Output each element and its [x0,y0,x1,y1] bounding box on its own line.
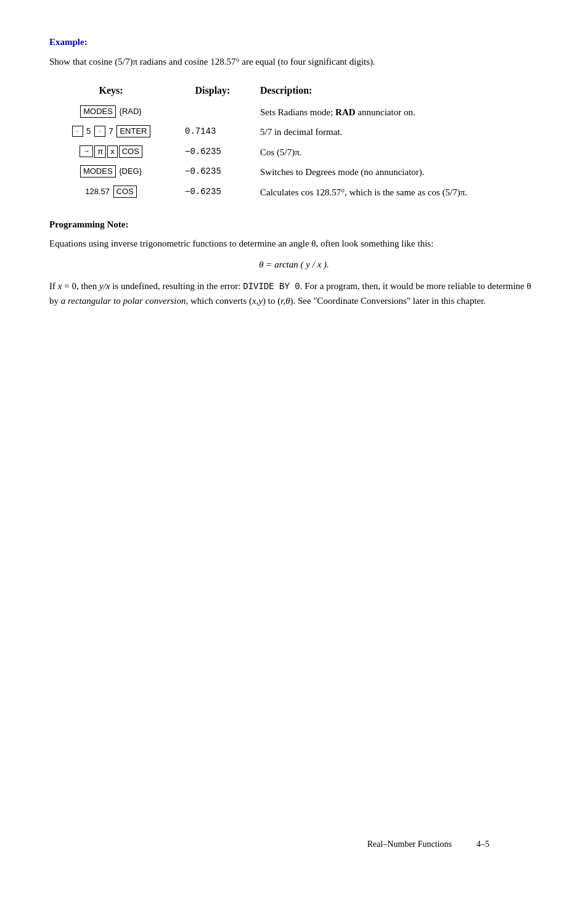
var-yx: y/x [99,281,110,291]
num-128: 128.57 [85,186,112,198]
keys-cell-4: MODES {DEG} [49,162,173,182]
display-cell-2: 0.7143 [173,122,253,142]
page-footer: Real–Number Functions 4–5 [367,840,489,849]
equation-theta: θ [259,259,263,269]
display-cell-1 [173,102,253,123]
deg-label: {DEG} [117,165,142,178]
desc-cell-5: Calculates cos 128.57°, which is the sam… [253,182,539,203]
cos-key-2: COS [113,186,137,198]
x-key: x [107,145,118,158]
table-row: → π x COS −0.6235 Cos (5/7)π. [49,142,539,163]
display-cell-4: −0.6235 [173,162,253,182]
cos-key: COS [119,145,142,158]
example-table: Keys: Display: Description: MODES {RAD} [49,81,539,203]
programming-note-section: Programming Note: Equations using invers… [49,219,539,308]
keys-cell-5: 128.57 COS [49,182,173,203]
keys-cell-2: · 5 · 7 ENTER [49,122,173,142]
dot-key-2: · [94,126,105,137]
display-cell-5: −0.6235 [173,182,253,203]
equation-y: y [306,259,310,269]
prog-note-title: Programming Note: [49,219,539,230]
table-container: Keys: Display: Description: MODES {RAD} [49,81,539,203]
prog-note-para2: If x = 0, then y/x is undefined, resulti… [49,279,539,308]
col-header-display: Display: [173,81,253,102]
col-header-description: Description: [253,81,539,102]
desc-cell-1: Sets Radians mode; RAD annunciator on. [253,102,539,123]
equation: θ = arctan ( y / x ). [49,259,539,270]
error-msg: DIVIDE BY 0 [243,282,300,292]
table-row: MODES {RAD} Sets Radians mode; RAD annun… [49,102,539,123]
rect-to-polar: a rectangular to polar conversion, [61,296,189,306]
num-7: 7 [107,125,115,137]
equation-x: x [317,259,322,269]
modes-key-2: MODES [80,165,116,178]
enter-key: ENTER [116,125,150,137]
pi-key: π [94,145,106,158]
footer-section: Real–Number Functions [367,840,452,849]
keys-cell-3: → π x COS [49,142,173,163]
modes-key: MODES [80,105,116,118]
equation-slash: / [312,259,315,269]
rad-label: {RAD} [117,105,142,118]
display-cell-3: −0.6235 [173,142,253,163]
page-wrapper: Example: Show that cosine (5/7)π radians… [49,37,539,874]
r-key: → [80,145,93,157]
table-row: 128.57 COS −0.6235 Calculates cos 128.57… [49,182,539,203]
num-5: 5 [84,125,93,137]
var-rtheta: r,θ [280,296,290,306]
var-xy: x,y [252,296,263,306]
rad-bold: RAD [335,107,356,117]
example-label: Example: [49,37,539,47]
prog-note-para1: Equations using inverse trigonometric fu… [49,236,539,251]
equation-equals: = arctan ( [266,259,303,269]
desc-cell-4: Switches to Degrees mode (no annunciator… [253,162,539,182]
equation-close: ). [324,259,329,269]
var-x: x [58,281,62,291]
dot-key-1: · [72,126,83,137]
table-row: MODES {DEG} −0.6235 Switches to Degrees … [49,162,539,182]
intro-text: Show that cosine (5/7)π radians and cosi… [49,55,539,69]
keys-cell-1: MODES {RAD} [49,102,173,123]
example-section: Example: Show that cosine (5/7)π radians… [49,37,539,202]
table-row: · 5 · 7 ENTER 0.7143 5/7 in decimal form… [49,122,539,142]
col-header-keys: Keys: [49,81,173,102]
desc-cell-3: Cos (5/7)π. [253,142,539,163]
desc-cell-2: 5/7 in decimal format. [253,122,539,142]
footer-page: 4–5 [476,840,489,849]
footer-text: Real–Number Functions 4–5 [367,840,489,849]
